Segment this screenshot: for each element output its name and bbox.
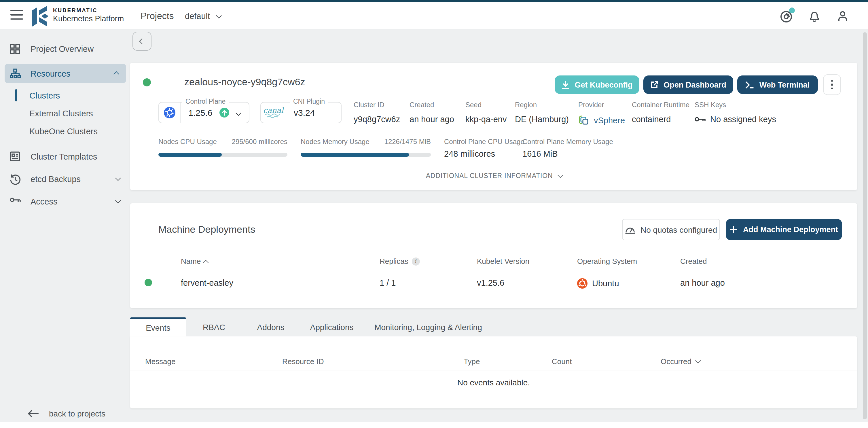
header: KUBERMATIC Kubernetes Platform Projects … bbox=[0, 2, 868, 29]
cluster-tabs: Events RBAC Addons Applications Monitori… bbox=[130, 317, 492, 336]
sidebar-item-access[interactable]: Access bbox=[0, 192, 131, 211]
nodes-memory-label: Nodes Memory Usage bbox=[301, 138, 370, 146]
tab-events[interactable]: Events bbox=[130, 317, 186, 336]
column-header-replicas[interactable]: Replicas bbox=[379, 257, 420, 266]
control-plane-box[interactable]: Control Plane 1.25.6 bbox=[158, 102, 249, 123]
chevron-down-icon bbox=[216, 12, 221, 18]
sitemap-icon bbox=[10, 68, 20, 79]
vsphere-icon bbox=[578, 115, 590, 126]
sidebar-item-etcd-backups[interactable]: etcd Backups bbox=[0, 170, 131, 188]
plus-icon bbox=[730, 226, 737, 233]
sidebar-item-clusters[interactable]: Clusters bbox=[0, 86, 131, 104]
events-empty-message: No events available. bbox=[130, 378, 857, 387]
cluster-actions-menu-button[interactable] bbox=[823, 74, 841, 95]
cni-plugin-version: v3.24 bbox=[294, 108, 315, 118]
tab-rbac[interactable]: RBAC bbox=[186, 317, 242, 336]
notification-badge bbox=[789, 7, 795, 13]
cp-cpu-value: 248 millicores bbox=[444, 149, 495, 158]
kubernetes-icon bbox=[159, 102, 181, 123]
key-icon bbox=[10, 196, 20, 207]
column-header-type[interactable]: Type bbox=[464, 357, 480, 366]
column-header-count[interactable]: Count bbox=[552, 357, 572, 366]
field-value: y9q8g7cw6z bbox=[354, 115, 400, 124]
sidebar-item-cluster-templates[interactable]: Cluster Templates bbox=[0, 147, 131, 166]
field-region: Region DE (Hamburg) bbox=[515, 101, 569, 124]
sidebar-item-label: Resources bbox=[31, 69, 70, 78]
brand-text: KUBERMATIC Kubernetes Platform bbox=[53, 7, 124, 23]
header-nav-title[interactable]: Projects bbox=[141, 11, 174, 21]
md-kubelet-version: v1.25.6 bbox=[477, 278, 504, 287]
nodes-memory-value: 1226/1475 MiB bbox=[378, 138, 431, 146]
tab-applications[interactable]: Applications bbox=[300, 317, 364, 336]
tab-monitoring-logging-alerting[interactable]: Monitoring, Logging & Alerting bbox=[364, 317, 492, 336]
column-header-resource-id[interactable]: Resource ID bbox=[282, 357, 324, 366]
sidebar-item-label: Project Overview bbox=[31, 44, 94, 53]
terminal-icon bbox=[746, 81, 754, 88]
md-replicas: 1 / 1 bbox=[379, 278, 396, 287]
field-label: Created bbox=[409, 101, 454, 109]
sort-asc-icon bbox=[204, 257, 208, 266]
canal-logo-text: canal bbox=[263, 107, 284, 114]
user-icon[interactable] bbox=[836, 9, 849, 23]
md-created: an hour ago bbox=[680, 278, 725, 287]
header-divider bbox=[131, 9, 131, 25]
back-to-projects-link[interactable]: back to projects bbox=[0, 405, 131, 422]
column-header-created[interactable]: Created bbox=[680, 257, 707, 266]
additional-cluster-information-toggle[interactable]: ADDITIONAL CLUSTER INFORMATION bbox=[148, 172, 840, 179]
brand-line1: KUBERMATIC bbox=[53, 7, 124, 13]
cluster-status-dot bbox=[143, 78, 151, 86]
help-announcements-icon[interactable] bbox=[779, 9, 793, 23]
ubuntu-icon bbox=[577, 278, 588, 288]
brand-line2: Kubernetes Platform bbox=[53, 14, 124, 23]
back-link-label: back to projects bbox=[49, 409, 105, 418]
nodes-cpu-value: 295/600 millicores bbox=[222, 138, 287, 146]
sidebar-item-label: Access bbox=[31, 197, 58, 206]
field-value: an hour ago bbox=[409, 115, 454, 124]
field-value: kkp-qa-env bbox=[465, 115, 506, 124]
sidebar-item-kubeone-clusters[interactable]: KubeOne Clusters bbox=[0, 122, 131, 140]
get-kubeconfig-button[interactable]: Get Kubeconfig bbox=[555, 75, 639, 94]
external-link-icon bbox=[650, 81, 658, 89]
field-provider: Provider vSphere bbox=[578, 101, 625, 126]
field-label: Container Runtime bbox=[632, 101, 689, 109]
field-label: Seed bbox=[465, 101, 506, 109]
back-button[interactable] bbox=[132, 32, 152, 51]
kubermatic-logo-icon[interactable] bbox=[32, 6, 50, 27]
upgrade-available-icon[interactable] bbox=[219, 108, 229, 118]
field-created: Created an hour ago bbox=[409, 101, 454, 124]
nodes-cpu-progressbar bbox=[158, 153, 287, 157]
column-header-message[interactable]: Message bbox=[145, 357, 176, 366]
sort-desc-icon bbox=[695, 358, 701, 364]
app: KUBERMATIC Kubernetes Platform Projects … bbox=[0, 0, 868, 428]
md-name: fervent-easley bbox=[181, 278, 233, 287]
grid-icon bbox=[10, 43, 20, 54]
chevron-down-icon[interactable] bbox=[235, 108, 239, 118]
sidebar-item-label: KubeOne Clusters bbox=[29, 126, 98, 136]
column-header-occurred[interactable]: Occurred bbox=[661, 357, 700, 366]
chevron-left-icon bbox=[139, 38, 145, 44]
nodes-memory-progressbar bbox=[301, 153, 431, 157]
add-machine-deployment-button[interactable]: Add Machine Deployment bbox=[726, 219, 842, 240]
add-machine-deployment-label: Add Machine Deployment bbox=[743, 225, 838, 234]
cp-memory-value: 1616 MiB bbox=[522, 149, 558, 158]
sidebar-item-project-overview[interactable]: Project Overview bbox=[0, 39, 131, 58]
field-label: SSH Keys bbox=[694, 101, 776, 109]
bell-icon[interactable] bbox=[808, 9, 822, 23]
events-panel: Message Resource ID Type Count Occurred … bbox=[130, 336, 857, 408]
open-dashboard-button[interactable]: Open Dashboard bbox=[643, 75, 733, 94]
sidebar-item-resources[interactable]: Resources bbox=[5, 64, 126, 83]
md-operating-system: Ubuntu bbox=[577, 278, 619, 288]
column-header-kubelet-version[interactable]: Kubelet Version bbox=[477, 257, 529, 266]
field-value: No assigned keys bbox=[710, 115, 776, 124]
column-header-name[interactable]: Name bbox=[181, 257, 208, 266]
web-terminal-button[interactable]: Web Terminal bbox=[737, 75, 818, 94]
project-selector[interactable]: default bbox=[185, 11, 220, 21]
get-kubeconfig-label: Get Kubeconfig bbox=[575, 80, 633, 89]
scrollbar[interactable] bbox=[863, 32, 867, 419]
sidebar-item-external-clusters[interactable]: External Clusters bbox=[0, 104, 131, 122]
column-header-operating-system[interactable]: Operating System bbox=[577, 257, 637, 266]
info-icon[interactable] bbox=[412, 257, 420, 265]
hamburger-menu-icon[interactable] bbox=[10, 10, 23, 21]
tab-addons[interactable]: Addons bbox=[242, 317, 300, 336]
sidebar-item-label: Clusters bbox=[29, 91, 60, 100]
